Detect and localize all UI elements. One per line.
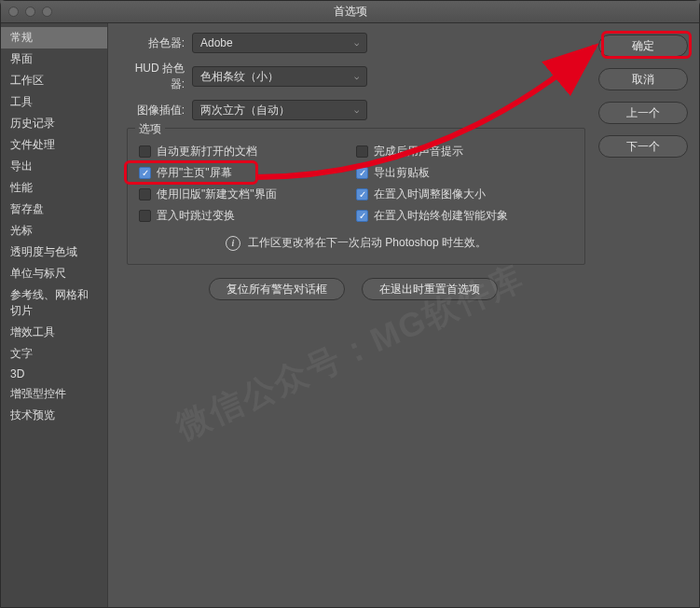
sidebar-item-12[interactable]: 参考线、网格和切片	[1, 284, 107, 322]
sidebar-item-5[interactable]: 文件处理	[1, 134, 107, 156]
options-fieldset: 选项 自动更新打开的文档停用"主页"屏幕使用旧版"新建文档"界面置入时跳过变换 …	[127, 128, 585, 265]
option-left-2[interactable]: 使用旧版"新建文档"界面	[139, 187, 356, 202]
prev-button[interactable]: 上一个	[598, 102, 688, 124]
chevron-down-icon: ⌵	[354, 38, 359, 48]
hud-select[interactable]: 色相条纹（小） ⌵	[192, 66, 367, 87]
sidebar-item-0[interactable]: 常规	[1, 27, 107, 48]
option-label: 导出剪贴板	[374, 165, 430, 181]
reset-warnings-button[interactable]: 复位所有警告对话框	[209, 278, 345, 300]
cancel-button[interactable]: 取消	[598, 68, 688, 90]
chevron-down-icon: ⌵	[354, 72, 359, 81]
chevron-down-icon: ⌵	[354, 105, 359, 115]
picker-value: Adobe	[200, 36, 233, 49]
option-label: 停用"主页"屏幕	[157, 165, 232, 181]
option-right-2[interactable]: 在置入时调整图像大小	[356, 187, 573, 202]
close-icon[interactable]	[8, 7, 19, 17]
checkbox-icon	[356, 210, 368, 222]
sidebar-item-11[interactable]: 单位与标尺	[1, 263, 107, 284]
checkbox-icon	[139, 145, 151, 158]
sidebar-item-6[interactable]: 导出	[1, 156, 107, 177]
sidebar-item-7[interactable]: 性能	[1, 177, 107, 199]
picker-label: 拾色器:	[121, 35, 192, 51]
window-controls	[8, 7, 52, 17]
checkbox-icon	[139, 188, 151, 200]
sidebar-item-17[interactable]: 技术预览	[1, 405, 107, 426]
sidebar-item-2[interactable]: 工作区	[1, 70, 107, 91]
option-label: 使用旧版"新建文档"界面	[157, 187, 277, 202]
sidebar-item-1[interactable]: 界面	[1, 48, 107, 70]
sidebar-item-16[interactable]: 增强型控件	[1, 383, 107, 405]
sidebar-item-14[interactable]: 文字	[1, 343, 107, 365]
reset-on-quit-button[interactable]: 在退出时重置首选项	[362, 278, 498, 300]
next-button[interactable]: 下一个	[598, 135, 688, 158]
interp-select[interactable]: 两次立方（自动） ⌵	[192, 100, 367, 120]
option-label: 在置入时调整图像大小	[374, 187, 486, 202]
titlebar: 首选项	[1, 1, 699, 23]
checkbox-icon	[139, 210, 151, 222]
option-label: 在置入时始终创建智能对象	[374, 208, 508, 224]
option-left-1[interactable]: 停用"主页"屏幕	[139, 165, 356, 181]
sidebar-item-9[interactable]: 光标	[1, 220, 107, 242]
option-right-1[interactable]: 导出剪贴板	[356, 165, 573, 181]
hud-label: HUD 拾色器:	[121, 61, 192, 92]
main-panel: 拾色器: Adobe ⌵ HUD 拾色器: 色相条纹（小） ⌵ 图像插值: 两次…	[108, 23, 598, 607]
info-icon: i	[226, 236, 240, 251]
option-label: 置入时跳过变换	[157, 208, 235, 224]
option-label: 完成后用声音提示	[374, 144, 463, 159]
hud-value: 色相条纹（小）	[200, 69, 279, 85]
option-right-3[interactable]: 在置入时始终创建智能对象	[356, 208, 573, 224]
minimize-icon[interactable]	[25, 7, 35, 17]
checkbox-icon	[356, 167, 368, 179]
sidebar-item-10[interactable]: 透明度与色域	[1, 242, 107, 263]
zoom-icon[interactable]	[42, 7, 52, 17]
interp-label: 图像插值:	[121, 103, 192, 118]
checkbox-icon	[139, 167, 151, 179]
options-note: 工作区更改将在下一次启动 Photoshop 时生效。	[248, 235, 487, 251]
interp-value: 两次立方（自动）	[200, 103, 290, 118]
sidebar-item-15[interactable]: 3D	[1, 365, 107, 383]
option-label: 自动更新打开的文档	[157, 144, 257, 159]
option-left-0[interactable]: 自动更新打开的文档	[139, 144, 356, 159]
options-legend: 选项	[135, 121, 165, 137]
sidebar-item-4[interactable]: 历史记录	[1, 113, 107, 134]
ok-button[interactable]: 确定	[598, 35, 688, 57]
window-title: 首选项	[334, 4, 367, 20]
sidebar-item-8[interactable]: 暂存盘	[1, 199, 107, 220]
sidebar-item-3[interactable]: 工具	[1, 91, 107, 113]
option-left-3[interactable]: 置入时跳过变换	[139, 208, 356, 224]
category-sidebar: 常规界面工作区工具历史记录文件处理导出性能暂存盘光标透明度与色域单位与标尺参考线…	[1, 23, 108, 607]
option-right-0[interactable]: 完成后用声音提示	[356, 144, 573, 159]
checkbox-icon	[356, 145, 368, 158]
dialog-buttons: 确定 取消 上一个 下一个	[598, 23, 699, 607]
picker-select[interactable]: Adobe ⌵	[192, 33, 367, 53]
sidebar-item-13[interactable]: 增效工具	[1, 322, 107, 343]
checkbox-icon	[356, 188, 368, 200]
